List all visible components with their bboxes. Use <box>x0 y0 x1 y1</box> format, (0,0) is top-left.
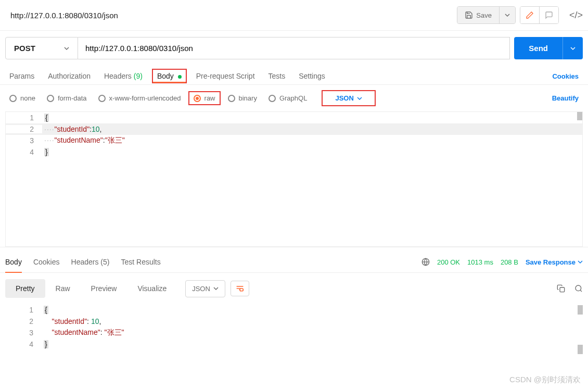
cookies-link[interactable]: Cookies <box>552 68 579 84</box>
radio-none-label: none <box>20 94 35 102</box>
response-right-icons <box>557 284 583 293</box>
save-dropdown[interactable] <box>499 7 515 23</box>
save-response-button[interactable]: Save Response <box>526 258 583 266</box>
code-brace: { <box>44 114 49 122</box>
json-string: "张三" <box>105 328 124 336</box>
status-code: 200 OK <box>437 258 460 266</box>
radio-icon <box>47 95 54 102</box>
response-meta: 200 OK 1013 ms 208 B Save Response <box>421 258 583 266</box>
top-bar: http://127.0.0.1:8080/0310/json Save </> <box>0 0 588 31</box>
svg-point-4 <box>576 285 581 291</box>
copy-icon[interactable] <box>557 284 565 293</box>
comment-button[interactable] <box>539 7 558 23</box>
tab-settings[interactable]: Settings <box>299 68 325 84</box>
request-body-editor[interactable]: 1{ 2····"studentId":10, 3····"studentNam… <box>5 111 583 247</box>
tab-prerequest[interactable]: Pre-request Script <box>196 68 255 84</box>
resp-headers-count: (5) <box>100 258 109 266</box>
tab-params[interactable]: Params <box>9 68 34 84</box>
save-label: Save <box>476 11 492 19</box>
watermark: CSDN @别时须清欢 <box>509 375 581 385</box>
edit-button[interactable] <box>520 7 539 23</box>
response-size: 208 B <box>501 258 518 266</box>
response-time: 1013 ms <box>467 258 493 266</box>
request-row: POST Send <box>0 31 588 59</box>
radio-urlencoded[interactable]: x-www-form-urlencoded <box>98 94 181 102</box>
json-key: "studentId" <box>55 125 90 133</box>
edit-comment-group <box>520 6 559 24</box>
request-tabs: Params Authorization Headers (9) Body Pr… <box>0 59 588 85</box>
tab-headers-count: (9) <box>134 72 143 80</box>
resp-tab-testresults[interactable]: Test Results <box>121 255 160 269</box>
body-indicator-dot <box>178 75 182 79</box>
code-brace: } <box>44 340 48 348</box>
chevron-down-icon <box>578 259 583 265</box>
tab-headers-label: Headers <box>104 72 132 80</box>
tab-headers[interactable]: Headers (9) <box>104 68 143 84</box>
json-number: 10 <box>92 125 100 133</box>
resp-tab-body[interactable]: Body <box>5 255 22 269</box>
response-format-select[interactable]: JSON <box>185 280 225 297</box>
svg-rect-3 <box>560 287 565 292</box>
view-visualize[interactable]: Visualize <box>127 279 177 298</box>
json-string: "张三" <box>105 136 125 144</box>
chevron-down-icon <box>357 96 362 101</box>
view-raw[interactable]: Raw <box>45 279 81 298</box>
json-key: "studentName" <box>55 136 103 144</box>
chevron-down-icon <box>213 286 219 291</box>
beautify-link[interactable]: Beautify <box>552 94 579 102</box>
radio-binary-label: binary <box>239 94 257 102</box>
method-select[interactable]: POST <box>5 37 78 59</box>
radio-binary[interactable]: binary <box>228 94 257 102</box>
response-body-editor[interactable]: 1{ 2 "studentId": 10, 3 "studentName": "… <box>5 304 583 360</box>
editor-scrollbar[interactable] <box>578 305 583 315</box>
tab-tests[interactable]: Tests <box>269 68 286 84</box>
code-icon[interactable]: </> <box>569 10 583 21</box>
view-pretty[interactable]: Pretty <box>5 279 45 298</box>
code-brace: } <box>44 148 49 156</box>
resp-tab-headers[interactable]: Headers (5) <box>71 255 110 269</box>
radio-icon <box>98 95 106 102</box>
body-format-label: JSON <box>335 94 353 102</box>
radio-graphql[interactable]: GraphQL <box>269 94 307 102</box>
body-format-select[interactable]: JSON <box>322 90 375 106</box>
radio-urlencoded-label: x-www-form-urlencoded <box>109 94 181 102</box>
comma: , <box>100 125 102 133</box>
resp-tab-cookies[interactable]: Cookies <box>33 255 60 269</box>
radio-none[interactable]: none <box>9 94 35 102</box>
url-input[interactable] <box>78 37 510 59</box>
request-tab-title: http://127.0.0.1:8080/0310/json <box>5 7 123 24</box>
indent-dots: ···· <box>44 136 55 144</box>
response-toolbar: Pretty Raw Preview Visualize JSON <box>0 272 588 304</box>
save-icon <box>465 11 473 19</box>
tab-body[interactable]: Body <box>152 69 187 83</box>
tab-authorization[interactable]: Authorization <box>48 68 91 84</box>
code-brace: { <box>44 306 48 314</box>
radio-icon <box>9 95 17 102</box>
search-icon[interactable] <box>574 284 583 293</box>
send-button[interactable]: Send <box>514 37 563 59</box>
response-tabs: Body Cookies Headers (5) Test Results 20… <box>0 247 588 272</box>
wrap-lines-button[interactable] <box>231 281 249 296</box>
tab-body-label: Body <box>157 72 174 80</box>
radio-icon <box>194 95 201 102</box>
json-key: "studentId" <box>52 317 87 325</box>
chevron-down-icon <box>64 46 69 51</box>
editor-scrollbar[interactable] <box>578 345 583 354</box>
method-label: POST <box>14 44 35 53</box>
radio-raw[interactable]: raw <box>188 91 221 105</box>
top-actions: Save </> <box>457 6 583 24</box>
json-key: "studentName" <box>52 328 100 336</box>
svg-line-5 <box>580 290 582 292</box>
radio-formdata[interactable]: form-data <box>47 94 87 102</box>
save-button[interactable]: Save <box>457 7 499 23</box>
indent-dots: ···· <box>44 125 55 133</box>
editor-scrollbar[interactable] <box>577 112 582 120</box>
colon: : <box>87 317 91 325</box>
radio-icon <box>228 95 235 102</box>
send-dropdown[interactable] <box>563 37 583 59</box>
colon: : <box>100 328 105 336</box>
send-group: Send <box>514 37 583 59</box>
view-preview[interactable]: Preview <box>81 279 127 298</box>
globe-icon[interactable] <box>421 258 430 266</box>
response-format-label: JSON <box>192 285 210 293</box>
